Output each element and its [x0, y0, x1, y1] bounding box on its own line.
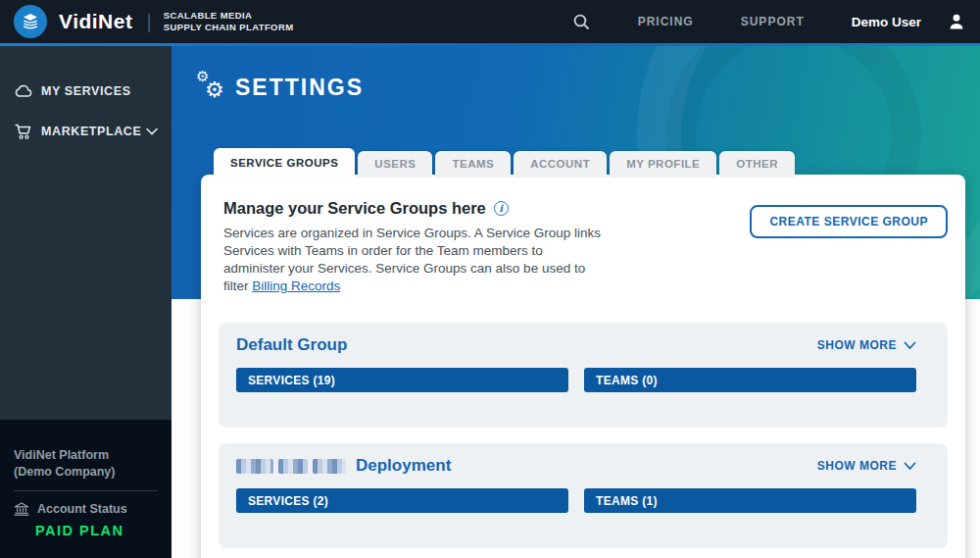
redacted-text-block: [313, 459, 346, 474]
tab-teams[interactable]: TEAMS: [435, 151, 511, 178]
chevron-down-icon[interactable]: [146, 127, 158, 135]
teams-bar[interactable]: TEAMS (0): [584, 368, 916, 392]
brand-name[interactable]: VidiNet: [59, 10, 132, 33]
header-accent-line: [0, 43, 980, 46]
brand-divider: |: [146, 11, 151, 33]
search-icon[interactable]: [572, 13, 591, 31]
settings-tabs: SERVICE GROUPS USERS TEAMS ACCOUNT MY PR…: [201, 148, 965, 178]
tab-my-profile[interactable]: MY PROFILE: [610, 151, 716, 178]
tab-service-groups[interactable]: SERVICE GROUPS: [214, 148, 355, 178]
redacted-text-block: [236, 459, 273, 474]
vidinet-logo[interactable]: [14, 5, 47, 38]
service-groups-panel: Manage your Service Groups here i Servic…: [201, 175, 965, 558]
account-status-label: Account Status: [37, 502, 127, 516]
sidebar-item-my-services[interactable]: MY SERVICES: [0, 74, 172, 109]
sidebar-account-section: VidiNet Platform (Demo Company) Account …: [0, 420, 172, 558]
teams-bar[interactable]: TEAMS (1): [584, 488, 916, 513]
platform-name: VidiNet Platform: [14, 447, 158, 464]
tab-other[interactable]: OTHER: [719, 151, 795, 178]
cloud-icon: [14, 83, 32, 99]
page-title: SETTINGS: [235, 75, 364, 101]
chevron-down-icon: [904, 341, 916, 350]
info-icon[interactable]: i: [494, 201, 509, 216]
services-bar[interactable]: SERVICES (2): [236, 488, 568, 513]
layers-logo-icon: [21, 12, 40, 31]
user-name[interactable]: Demo User: [852, 15, 921, 29]
service-group-card: Deployment SHOW MORE SERVICES (2) TEAMS …: [219, 443, 948, 548]
billing-records-link[interactable]: Billing Records: [252, 279, 340, 293]
services-bar[interactable]: SERVICES (19): [236, 368, 568, 392]
tab-account[interactable]: ACCOUNT: [514, 151, 607, 178]
create-service-group-button[interactable]: CREATE SERVICE GROUP: [750, 205, 948, 238]
section-heading: Manage your Service Groups here: [223, 199, 486, 218]
sidebar-divider: [14, 490, 158, 491]
user-avatar-icon[interactable]: [947, 13, 966, 31]
group-title: Deployment: [236, 456, 451, 476]
sidebar-item-marketplace[interactable]: MARKETPLACE: [0, 113, 172, 150]
chevron-down-icon: [904, 462, 916, 471]
sidebar-item-label: MY SERVICES: [41, 84, 131, 98]
plan-badge: PAID PLAN: [35, 523, 158, 538]
service-group-card: Default Group SHOW MORE SERVICES (19) TE…: [219, 323, 948, 428]
main-area: ⚙ ⚙ SETTINGS SERVICE GROUPS USERS TEAMS …: [172, 46, 980, 558]
company-name: (Demo Company): [14, 464, 158, 481]
sidebar-item-label: MARKETPLACE: [41, 125, 141, 138]
nav-support[interactable]: SUPPORT: [741, 15, 805, 28]
cart-icon: [14, 123, 32, 140]
nav-pricing[interactable]: PRICING: [638, 15, 694, 28]
redacted-text-block: [278, 459, 308, 474]
section-description: Services are organized in Service Groups…: [223, 225, 601, 295]
tab-users[interactable]: USERS: [358, 151, 432, 178]
gears-icon: ⚙ ⚙: [196, 70, 233, 105]
sidebar: MY SERVICES MARKETPLACE VidiNet Platform…: [0, 46, 172, 558]
group-title: Default Group: [236, 335, 347, 355]
show-more-button[interactable]: SHOW MORE: [817, 338, 916, 352]
show-more-button[interactable]: SHOW MORE: [817, 459, 916, 473]
bank-icon: [14, 502, 29, 516]
top-bar: VidiNet | SCALABLE MEDIA SUPPLY CHAIN PL…: [0, 0, 980, 43]
brand-tagline: SCALABLE MEDIA SUPPLY CHAIN PLATFORM: [164, 10, 294, 33]
